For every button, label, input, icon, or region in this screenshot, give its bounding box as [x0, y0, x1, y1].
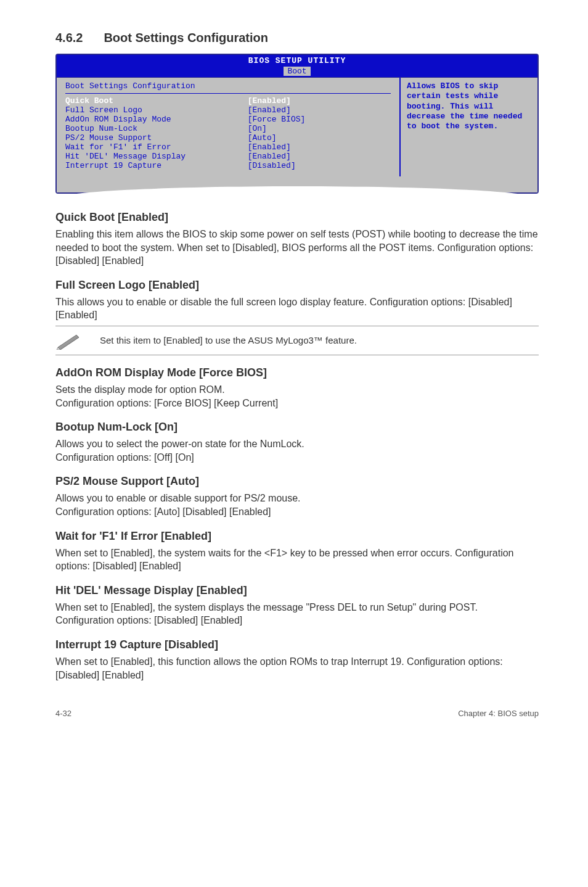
bios-setting-row[interactable]: AddOn ROM Display Mode[Force BIOS]: [65, 115, 391, 124]
heading-hit-del: Hit 'DEL' Message Display [Enabled]: [55, 584, 539, 597]
bios-header-title: BIOS SETUP UTILITY: [57, 55, 537, 67]
bios-setting-label: Bootup Num-Lock: [65, 124, 248, 133]
svg-marker-0: [58, 335, 79, 350]
heading-full-screen-logo: Full Screen Logo [Enabled]: [55, 279, 539, 292]
bios-setting-label: Hit 'DEL' Message Display: [65, 152, 248, 161]
bios-setting-row[interactable]: PS/2 Mouse Support[Auto]: [65, 133, 391, 142]
note-text: Set this item to [Enabled] to use the AS…: [100, 335, 357, 345]
heading-addon-rom: AddOn ROM Display Mode [Force BIOS]: [55, 366, 539, 379]
heading-wait-f1: Wait for 'F1' If Error [Enabled]: [55, 530, 539, 543]
bios-setting-row[interactable]: Full Screen Logo[Enabled]: [65, 105, 391, 115]
bios-setting-label: Interrupt 19 Capture: [65, 161, 248, 170]
heading-ps2-mouse: PS/2 Mouse Support [Auto]: [55, 475, 539, 488]
text-wait-f1: When set to [Enabled], the system waits …: [55, 547, 539, 573]
bios-setting-label: Quick Boot: [65, 96, 248, 105]
bios-setting-value[interactable]: [On]: [248, 124, 391, 133]
bios-panel: BIOS SETUP UTILITY Boot Boot Settings Co…: [55, 54, 539, 194]
bios-tabs: Boot: [57, 67, 537, 77]
footer-page-number: 4-32: [55, 709, 71, 718]
text-addon-rom: Sets the display mode for option ROM. Co…: [55, 383, 539, 410]
heading-bootup-numlock: Bootup Num-Lock [On]: [55, 421, 539, 434]
bios-setting-row[interactable]: Bootup Num-Lock[On]: [65, 124, 391, 133]
note-callout: Set this item to [Enabled] to use the AS…: [55, 326, 539, 355]
bios-setting-label: AddOn ROM Display Mode: [65, 115, 248, 124]
text-ps2-mouse: Allows you to enable or disable support …: [55, 492, 539, 518]
text-interrupt-19: When set to [Enabled], this function all…: [55, 655, 539, 682]
bios-setting-label: Full Screen Logo: [65, 105, 248, 115]
bios-setting-value[interactable]: [Disabled]: [248, 161, 391, 170]
text-quick-boot: Enabling this item allows the BIOS to sk…: [55, 228, 539, 268]
section-title: Boot Settings Configuration: [104, 31, 268, 44]
footer-chapter: Chapter 4: BIOS setup: [458, 709, 539, 718]
pencil-icon: [55, 331, 81, 350]
bios-divider: [65, 93, 391, 94]
bios-settings-list: Boot Settings Configuration Quick Boot[E…: [57, 78, 399, 176]
bios-setting-value[interactable]: [Enabled]: [248, 152, 391, 161]
bios-setting-row[interactable]: Wait for 'F1' if Error[Enabled]: [65, 142, 391, 152]
bios-help-pane: Allows BIOS to skip certain tests while …: [399, 78, 537, 176]
section-heading: 4.6.2 Boot Settings Configuration: [55, 31, 539, 45]
text-bootup-numlock: Allows you to select the power-on state …: [55, 437, 539, 464]
bios-setting-value[interactable]: [Enabled]: [248, 96, 391, 105]
bios-panel-title: Boot Settings Configuration: [65, 80, 391, 92]
bios-setting-label: Wait for 'F1' if Error: [65, 142, 248, 152]
bios-setting-value[interactable]: [Auto]: [248, 133, 391, 142]
bios-setting-value[interactable]: [Enabled]: [248, 105, 391, 115]
bios-setting-row[interactable]: Hit 'DEL' Message Display[Enabled]: [65, 152, 391, 161]
bios-setting-label: PS/2 Mouse Support: [65, 133, 248, 142]
text-full-screen-logo: This allows you to enable or disable the…: [55, 295, 539, 322]
bios-tab-boot[interactable]: Boot: [284, 67, 310, 76]
bios-setting-value[interactable]: [Enabled]: [248, 142, 391, 152]
bios-setting-row[interactable]: Quick Boot[Enabled]: [65, 96, 391, 105]
section-number: 4.6.2: [55, 31, 83, 45]
heading-quick-boot: Quick Boot [Enabled]: [55, 211, 539, 224]
text-hit-del: When set to [Enabled], the system displa…: [55, 601, 539, 627]
bios-setting-value[interactable]: [Force BIOS]: [248, 115, 391, 124]
bios-setting-row[interactable]: Interrupt 19 Capture[Disabled]: [65, 161, 391, 170]
heading-interrupt-19: Interrupt 19 Capture [Disabled]: [55, 638, 539, 651]
page-footer: 4-32 Chapter 4: BIOS setup: [55, 709, 539, 718]
